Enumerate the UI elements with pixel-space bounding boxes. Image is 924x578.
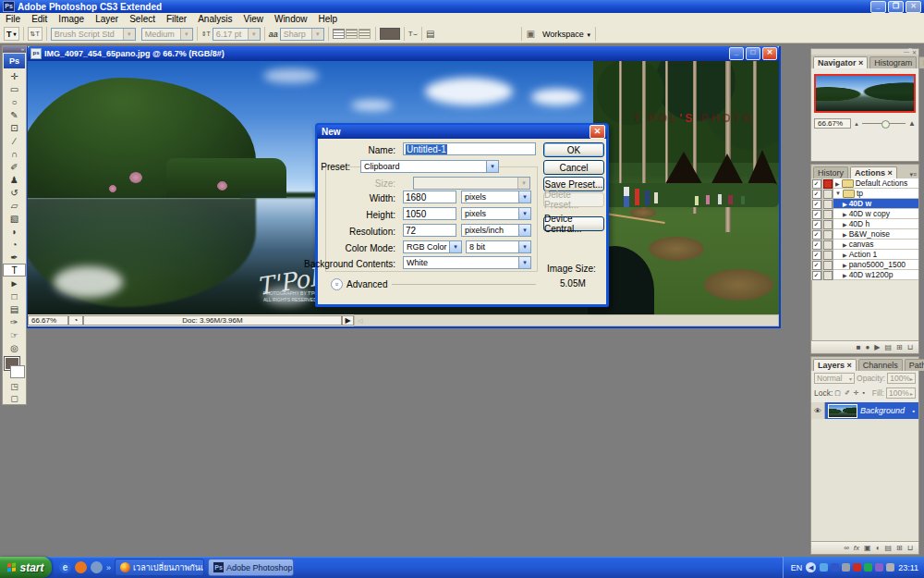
resolution-unit-select[interactable]: pixels/inch▾ [461, 224, 531, 237]
layers-toolbar-icon-6[interactable]: ⊔ [907, 544, 913, 552]
action-check-icon[interactable]: ✓ [812, 190, 821, 199]
preset-select[interactable]: Clipboard▾ [360, 160, 499, 173]
width-field[interactable]: 1680 [403, 191, 456, 203]
action-check-icon[interactable]: ✓ [812, 261, 821, 270]
quick-mask-icon[interactable]: ◳ [3, 380, 26, 392]
delete-preset-button[interactable]: Delete Preset... [543, 192, 604, 207]
modal-empty-icon[interactable] [823, 210, 833, 219]
firefox-icon[interactable] [75, 561, 87, 573]
bit-depth-select[interactable]: 8 bit▾ [466, 240, 531, 253]
modal-dialog-icon[interactable] [823, 179, 833, 189]
actions-toolbar-icon-4[interactable]: ⊞ [896, 343, 903, 351]
menu-edit[interactable]: Edit [26, 14, 53, 24]
navigator-proxy-view[interactable] [814, 74, 916, 113]
toolbox-ps-logo[interactable]: Ps [4, 54, 25, 68]
panel-menu-icon[interactable]: ▾≡ [909, 171, 918, 178]
menu-view[interactable]: View [237, 14, 269, 24]
panel-close-icon[interactable]: ✕ [912, 49, 917, 55]
action-check-icon[interactable]: ✓ [812, 251, 821, 260]
taskbar-item-firefox[interactable]: เวลาเปลี่ยนภาพกันเล็กกว่า... [115, 559, 204, 576]
actions-toolbar-icon-0[interactable]: ■ [857, 343, 861, 351]
tray-icon-4[interactable] [864, 563, 872, 572]
dialog-titlebar[interactable]: New ✕ [317, 125, 607, 139]
action-check-icon[interactable]: ✓ [812, 240, 821, 250]
hand-tool[interactable]: ☞ [3, 328, 26, 341]
dodge-tool[interactable]: ◔ [3, 238, 26, 251]
minimize-button[interactable]: _ [870, 1, 886, 13]
name-field[interactable]: Untitled-1 [403, 142, 536, 155]
action-row-canvas[interactable]: ✓▶canvas [811, 240, 918, 250]
blend-mode-select[interactable]: Normal▾ [814, 373, 855, 384]
menu-layer[interactable]: Layer [90, 14, 124, 24]
font-style-select[interactable]: Medium▾ [141, 28, 193, 41]
menu-file[interactable]: File [0, 14, 26, 24]
actions-toolbar-icon-3[interactable]: ▤ [884, 343, 892, 351]
expand-icon[interactable]: ▶ [835, 180, 840, 187]
background-color-swatch[interactable] [10, 365, 25, 378]
close-button[interactable]: ✕ [906, 1, 921, 13]
tray-icon-6[interactable] [886, 563, 894, 572]
align-center-icon[interactable] [346, 29, 358, 39]
modal-empty-icon[interactable] [823, 251, 833, 260]
layers-toolbar-icon-2[interactable]: ▣ [864, 544, 871, 552]
modal-empty-icon[interactable] [823, 200, 833, 209]
height-field[interactable]: 1050 [403, 207, 456, 220]
menu-analysis[interactable]: Analysis [192, 14, 237, 24]
action-check-icon[interactable]: ✓ [812, 230, 821, 240]
menu-help[interactable]: Help [313, 14, 344, 24]
doc-close-icon[interactable]: ✕ [762, 47, 777, 60]
action-row-40d-w1200p[interactable]: ✓▶40D w1200p [811, 270, 918, 280]
zoom-out-icon[interactable]: ▲ [854, 121, 859, 127]
marquee-tool[interactable]: ▭ [3, 82, 26, 95]
tool-preset-icon[interactable]: T▾ [4, 27, 19, 41]
clone-stamp-tool[interactable]: ♟ [3, 173, 26, 186]
language-indicator[interactable]: EN [791, 563, 803, 572]
doc-size-info[interactable]: Doc: 3.96M/3.96M [83, 315, 342, 326]
gradient-tool[interactable]: ▧ [3, 212, 26, 225]
font-family-select[interactable]: Brush Script Std▾ [51, 28, 136, 41]
crop-tool[interactable]: ⊡ [3, 121, 26, 134]
internet-explorer-icon[interactable]: e [59, 561, 71, 573]
quick-selection-tool[interactable]: ✎ [3, 108, 26, 121]
tab-info[interactable]: Info [918, 56, 924, 68]
width-unit-select[interactable]: pixels▾ [461, 191, 531, 203]
ok-button[interactable]: OK [543, 142, 604, 157]
layers-toolbar-icon-5[interactable]: ⊞ [896, 544, 903, 552]
dialog-close-icon[interactable]: ✕ [590, 125, 605, 139]
text-color-swatch[interactable] [380, 28, 400, 40]
tab-navigator[interactable]: Navigator × [813, 56, 868, 68]
toolbox-collapse-icon[interactable]: » [3, 46, 26, 53]
tray-icon-1[interactable] [831, 563, 839, 572]
warp-text-icon[interactable]: T⌣ [408, 30, 418, 39]
screen-mode-icon[interactable]: ▢ [3, 392, 26, 404]
expand-icon[interactable]: ▶ [843, 272, 847, 278]
notes-tool[interactable]: ▤ [3, 302, 26, 315]
layer-thumbnail[interactable] [828, 404, 857, 418]
lasso-tool[interactable]: ○ [3, 95, 26, 108]
layers-toolbar-icon-3[interactable]: ◐ [876, 544, 881, 552]
type-tool[interactable]: T [3, 264, 26, 277]
layers-toolbar-icon-4[interactable]: ▤ [884, 544, 892, 552]
action-check-icon[interactable]: ✓ [812, 271, 821, 280]
menu-window[interactable]: Window [269, 14, 313, 24]
action-row-action-1[interactable]: ✓▶Action 1 [811, 250, 918, 260]
color-mode-select[interactable]: RGB Color▾ [403, 240, 462, 253]
tab-history[interactable]: History [813, 166, 848, 178]
eraser-tool[interactable]: ▱ [3, 199, 26, 212]
slice-tool[interactable]: ∕ [3, 134, 26, 147]
shape-tool[interactable]: □ [3, 289, 26, 302]
expand-icon[interactable]: ▶ [843, 231, 847, 238]
dock-collapse-icon[interactable]: » [908, 45, 912, 54]
lock-icons[interactable]: ▢ ✐ ✛ ▪ [834, 389, 866, 397]
modal-empty-icon[interactable] [823, 271, 833, 280]
device-central-button[interactable]: Device Central... [543, 216, 604, 231]
action-row-40d-w-copy[interactable]: ✓▶40D w copy [811, 209, 918, 219]
text-orientation-icon[interactable]: ⇅T [28, 27, 43, 41]
zoom-tool[interactable]: ◎ [3, 341, 26, 354]
browser-icon[interactable] [91, 561, 103, 573]
align-right-icon[interactable] [359, 29, 371, 39]
cancel-button[interactable]: Cancel [543, 160, 604, 175]
move-tool[interactable]: ✛ [3, 69, 26, 82]
menu-select[interactable]: Select [124, 14, 161, 24]
tray-chevron-icon[interactable]: ◀ [806, 562, 816, 572]
